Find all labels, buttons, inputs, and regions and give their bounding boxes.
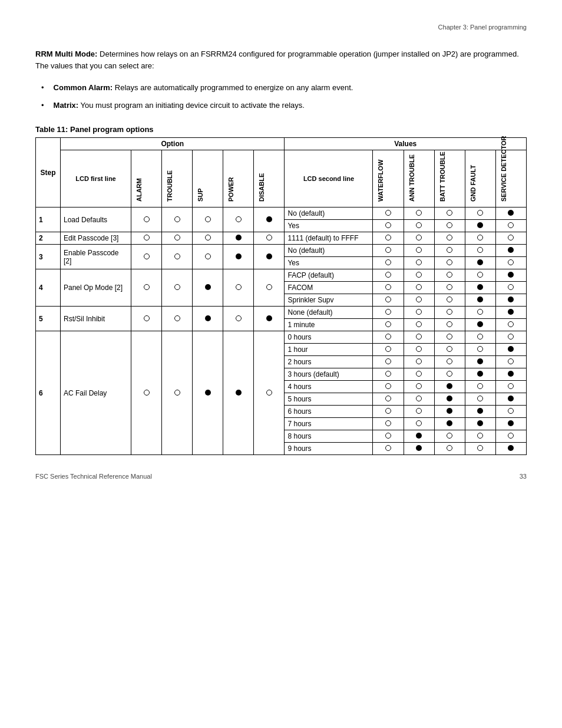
footer-right: 33 [520, 473, 527, 480]
lcd-second-cell: No (default) [285, 245, 373, 257]
sub-header-batt-trouble: BATT TROUBLE [434, 150, 465, 207]
step-cell: 4 [36, 269, 61, 307]
table-row: 5Rst/Sil InhibitNone (default) [36, 307, 527, 319]
lcd-second-cell: 2 hours [285, 356, 373, 368]
page-header: Chapter 3: Panel programming [35, 24, 527, 31]
option-name-cell: Panel Op Mode [2] [61, 269, 131, 307]
bullet-list: Common Alarm: Relays are automatically p… [35, 82, 527, 111]
sub-header-service-detector: SERVICE DETECTOR [495, 150, 526, 207]
step-cell: 5 [36, 307, 61, 331]
step-cell: 1 [36, 207, 61, 232]
lcd-second-cell: None (default) [285, 307, 373, 319]
lcd-second-cell: 7 hours [285, 418, 373, 430]
lcd-second-cell: No (default) [285, 207, 373, 220]
page-footer: FSC Series Technical Reference Manual 33 [35, 473, 527, 480]
lcd-second-cell: 0 hours [285, 331, 373, 344]
table-row: 4Panel Op Mode [2]FACP (default) [36, 269, 527, 282]
option-name-cell: Load Defaults [61, 207, 131, 232]
lcd-second-cell: 4 hours [285, 381, 373, 393]
lcd-second-cell: FACOM [285, 282, 373, 294]
footer-left: FSC Series Technical Reference Manual [35, 473, 152, 480]
lcd-second-cell: 1111 (default) to FFFF [285, 232, 373, 245]
main-table: Step Option Values LCD first line ALARM … [35, 137, 527, 455]
lcd-second-cell: 1 hour [285, 344, 373, 356]
lcd-second-cell: FACP (default) [285, 269, 373, 282]
option-name-cell: AC Fail Delay [61, 331, 131, 455]
sub-header-gnd-fault: GND FAULT [465, 150, 495, 207]
sub-header-ann-trouble: ANN TROUBLE [404, 150, 434, 207]
lcd-second-cell: Sprinkler Supv [285, 294, 373, 307]
intro-rest: Determines how relays on an FSRRM24 conf… [35, 50, 519, 70]
lcd-second-cell: Yes [285, 257, 373, 269]
lcd-second-cell: 1 minute [285, 319, 373, 331]
option-name-cell: Rst/Sil Inhibit [61, 307, 131, 331]
lcd-second-cell: 8 hours [285, 430, 373, 443]
intro-paragraph: RRM Multi Mode: Determines how relays on… [35, 48, 527, 71]
step-cell: 6 [36, 331, 61, 455]
sub-header-waterflow: WATERFLOW [373, 150, 404, 207]
table-row: 6AC Fail Delay0 hours [36, 331, 527, 344]
sub-header-sup: SUP [193, 150, 223, 207]
table-row: 2Edit Passcode [3]1111 (default) to FFFF [36, 232, 527, 245]
col-header-step: Step [36, 138, 61, 207]
lcd-second-cell: 6 hours [285, 406, 373, 418]
sub-header-lcd-second: LCD second line [285, 150, 373, 207]
sub-header-trouble: TROUBLE [162, 150, 193, 207]
lcd-second-cell: 3 hours (default) [285, 368, 373, 381]
lcd-second-cell: 5 hours [285, 393, 373, 406]
sub-header-alarm: ALARM [131, 150, 162, 207]
step-cell: 3 [36, 245, 61, 269]
bullet-matrix: Matrix: You must program an initiating d… [41, 100, 527, 111]
sub-header-power: POWER [223, 150, 254, 207]
option-name-cell: Edit Passcode [3] [61, 232, 131, 245]
table-title: Table 11: Panel program options [35, 125, 527, 134]
table-row: 3Enable Passcode [2]No (default) [36, 245, 527, 257]
lcd-second-cell: Yes [285, 220, 373, 232]
lcd-second-cell: 9 hours [285, 443, 373, 455]
col-header-values: Values [285, 138, 527, 150]
table-row: 1Load DefaultsNo (default) [36, 207, 527, 220]
step-cell: 2 [36, 232, 61, 245]
col-header-option: Option [61, 138, 285, 150]
bullet-common-alarm: Common Alarm: Relays are automatically p… [41, 82, 527, 94]
sub-header-disable: DISABLE [254, 150, 285, 207]
sub-header-lcd-first: LCD first line [61, 150, 131, 207]
option-name-cell: Enable Passcode [2] [61, 245, 131, 269]
intro-bold: RRM Multi Mode: [35, 50, 97, 58]
chapter-label: Chapter 3: Panel programming [35, 24, 527, 31]
